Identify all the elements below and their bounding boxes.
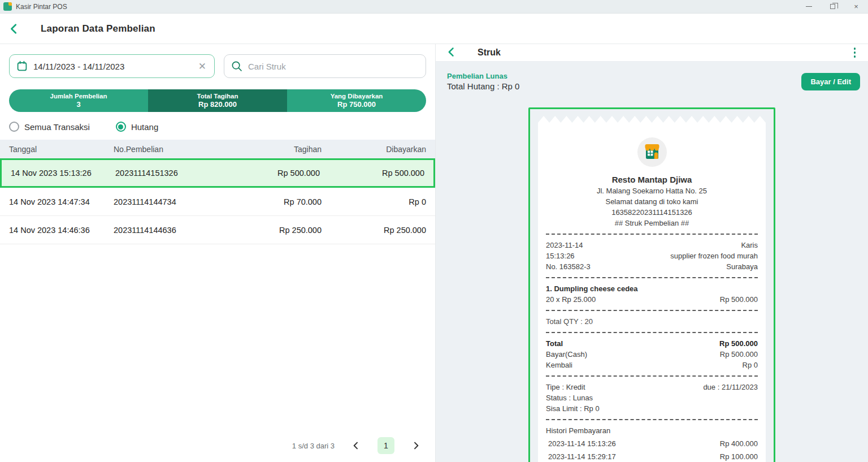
history-date: 2023-11-14 15:29:17 [548, 451, 616, 462]
chevron-right-icon [411, 441, 420, 450]
cell-tagihan: Rp 500.000 [227, 169, 320, 178]
history-row: 2023-11-14 15:13:26 Rp 400.000 [546, 438, 758, 449]
app-icon [3, 2, 12, 11]
summary-label: Yang Dibayarkan [331, 93, 383, 100]
store-name: Resto Mantap Djiwa [546, 174, 758, 185]
struk-back-button[interactable] [446, 46, 458, 59]
cell-tanggal: 14 Nov 2023 14:47:34 [9, 197, 114, 206]
page-number-button[interactable]: 1 [377, 437, 394, 454]
radio-selected-icon [116, 122, 126, 132]
radio-label: Hutang [131, 122, 158, 132]
chevron-left-icon [351, 441, 361, 450]
bayar-edit-button[interactable]: Bayar / Edit [801, 73, 860, 90]
prev-page-button[interactable] [351, 441, 361, 450]
table-row-selected[interactable]: 14 Nov 2023 15:13:26 20231114151326 Rp 5… [0, 158, 435, 188]
summary-value: Rp 750.000 [337, 100, 376, 109]
more-options-button[interactable] [850, 44, 860, 61]
transaction-filter-radios: Semua Transaksi Hutang [9, 122, 426, 132]
date-range-input[interactable]: 14/11/2023 - 14/11/2023 ✕ [9, 54, 215, 78]
receipt-panel: Struk Pembelian Lunas Total Hutang : Rp … [435, 44, 868, 462]
col-dibayarkan: Dibayarkan [322, 145, 426, 154]
supplier-desc: supplier frozen food murah [670, 251, 758, 261]
kembali-value: Rp 0 [743, 360, 758, 370]
total-value: Rp 500.000 [719, 338, 758, 349]
summary-jumlah-pembelian[interactable]: Jumlah Pembelian 3 [9, 89, 148, 112]
summary-label: Jumlah Pembelian [50, 93, 107, 100]
purchase-list-panel: 14/11/2023 - 14/11/2023 ✕ Jumlah Pembeli… [0, 44, 435, 462]
table-row[interactable]: 14 Nov 2023 14:47:34 20231114144734 Rp 7… [0, 188, 435, 216]
cell-no: 20231114144734 [114, 197, 228, 206]
search-input[interactable] [248, 62, 419, 71]
minimize-button[interactable] [797, 0, 821, 13]
history-row: 2023-11-14 15:29:17 Rp 100.000 [546, 451, 758, 462]
chevron-left-icon [446, 46, 457, 58]
col-tagihan: Tagihan [228, 145, 322, 154]
cell-tanggal: 14 Nov 2023 14:46:36 [9, 226, 114, 235]
supplier-name: Karis [670, 240, 758, 251]
store-icon [637, 137, 667, 167]
page-header: Laporan Data Pembelian [0, 14, 868, 44]
receipt-container: Resto Mantap Djiwa Jl. Malang Soekarno H… [528, 107, 775, 462]
bayar-value: Rp 500.000 [720, 349, 758, 360]
table-header: Tanggal No.Pembelian Tagihan Dibayarkan [0, 140, 435, 158]
back-button[interactable] [8, 23, 20, 35]
restore-icon [830, 4, 835, 9]
summary-value: Rp 820.000 [198, 100, 237, 109]
table-row[interactable]: 14 Nov 2023 14:46:36 20231114144636 Rp 2… [0, 216, 435, 244]
dashed-divider [546, 277, 758, 278]
trx-date: 2023-11-14 [546, 240, 591, 251]
total-qty: Total QTY : 20 [546, 316, 758, 327]
summary-value: 3 [76, 100, 80, 109]
receipt-paper: Resto Mantap Djiwa Jl. Malang Soekarno H… [538, 116, 766, 462]
cell-no: 20231114144636 [114, 226, 228, 235]
item-qty-price: 20 x Rp 25.000 [546, 294, 596, 305]
credit-status: Status : Lunas [546, 392, 758, 403]
summary-bar: Jumlah Pembelian 3 Total Tagihan Rp 820.… [9, 89, 426, 112]
struk-header: Struk [436, 44, 868, 62]
cell-dibayarkan: Rp 500.000 [320, 169, 424, 178]
receipt-heading: ## Struk Pembelian ## [546, 218, 758, 228]
radio-hutang[interactable]: Hutang [116, 122, 158, 132]
receipt-number: 16358220231114151326 [546, 207, 758, 218]
receipt-zigzag-edge [538, 116, 766, 123]
radio-semua-transaksi[interactable]: Semua Transaksi [9, 122, 90, 132]
cell-tagihan: Rp 250.000 [228, 226, 322, 235]
item-name: 1. Dumpling cheese cedea [546, 283, 758, 294]
calendar-icon [16, 61, 28, 72]
window-title: Kasir Pintar POS [16, 3, 67, 11]
credit-type: Tipe : Kredit [546, 382, 585, 392]
trx-time: 15:13:26 [546, 251, 591, 261]
dashed-divider [546, 375, 758, 377]
history-amount: Rp 100.000 [720, 451, 758, 462]
history-title: Histori Pembayaran [546, 425, 758, 436]
close-icon: × [854, 2, 858, 11]
cell-no: 20231114151326 [115, 169, 227, 178]
col-tanggal: Tanggal [9, 145, 114, 154]
minimize-icon [806, 6, 812, 7]
history-date: 2023-11-14 15:13:26 [548, 438, 616, 449]
cell-dibayarkan: Rp 250.000 [322, 226, 426, 235]
struk-title: Struk [478, 48, 501, 58]
status-badge: Pembelian Lunas [447, 71, 519, 81]
clear-date-button[interactable]: ✕ [197, 62, 207, 71]
pagination-info: 1 s/d 3 dari 3 [292, 442, 335, 450]
window-controls: × [797, 0, 868, 13]
total-hutang-label: Total Hutang : Rp 0 [447, 81, 519, 92]
store-address: Jl. Malang Soekarno Hatta No. 25 [546, 185, 758, 196]
dashed-divider [546, 234, 758, 235]
credit-sisa-limit: Sisa Limit : Rp 0 [546, 403, 758, 414]
chevron-left-icon [8, 23, 20, 35]
summary-total-tagihan[interactable]: Total Tagihan Rp 820.000 [148, 89, 287, 112]
search-icon [231, 61, 242, 72]
total-label: Total [546, 338, 563, 349]
restore-button[interactable] [821, 0, 844, 13]
close-button[interactable]: × [844, 0, 868, 13]
supplier-city: Surabaya [670, 261, 758, 272]
summary-yang-dibayarkan[interactable]: Yang Dibayarkan Rp 750.000 [287, 89, 426, 112]
next-page-button[interactable] [411, 441, 420, 450]
status-bar: Pembelian Lunas Total Hutang : Rp 0 Baya… [436, 62, 868, 92]
search-field [224, 54, 426, 78]
credit-due: due : 21/11/2023 [703, 382, 758, 392]
cell-tagihan: Rp 70.000 [228, 197, 322, 206]
date-range-value: 14/11/2023 - 14/11/2023 [33, 62, 192, 71]
